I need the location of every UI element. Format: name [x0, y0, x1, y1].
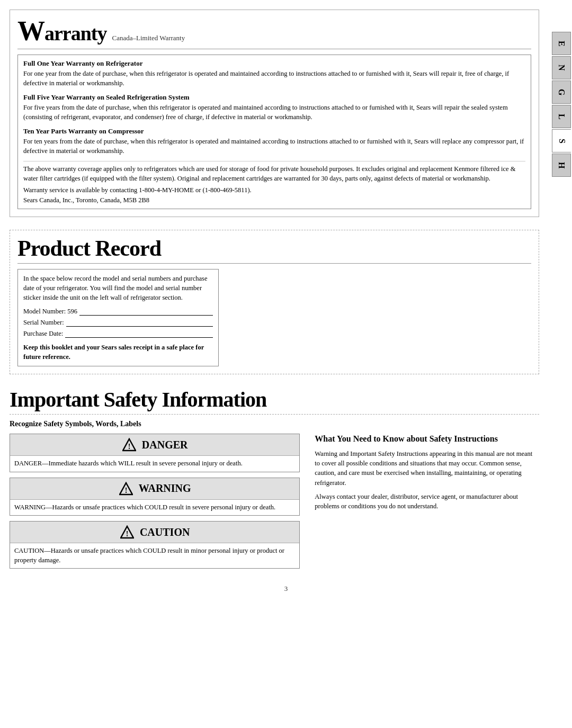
caution-body: CAUTION—Hazards or unsafe practices whic…	[10, 543, 299, 568]
warranty-ten-year-body: For ten years from the date of purchase,…	[23, 137, 525, 156]
warranty-one-year-body: For one year from the date of purchase, …	[23, 69, 525, 88]
product-record-title: Product Record	[17, 236, 531, 264]
model-number-label: Model Number: 596	[23, 308, 77, 316]
warranty-contact: Warranty service is available by contact…	[23, 186, 525, 194]
warranty-title-main: Warranty	[17, 15, 107, 47]
page-number: 3	[10, 585, 562, 593]
serial-number-field: Serial Number:	[23, 319, 213, 327]
warranty-section: Warranty Canada–Limited Warranty Full On…	[10, 10, 539, 217]
safety-right-para-2: Always contact your dealer, distributor,…	[315, 492, 539, 511]
product-record-note: Keep this booklet and your Sears sales r…	[23, 343, 213, 362]
warning-icon: !	[119, 481, 133, 496]
warranty-one-year-title: Full One Year Warranty on Refrigerator	[23, 59, 525, 68]
serial-number-label: Serial Number:	[23, 319, 64, 327]
side-tab-l[interactable]: L	[552, 105, 571, 128]
product-record-inner: In the space below record the model and …	[17, 269, 219, 366]
warranty-ten-year-title: Ten Year Parts Warranty on Compressor	[23, 127, 525, 136]
warranty-five-year-body: For five years from the date of purchase…	[23, 103, 525, 122]
product-record-desc: In the space below record the model and …	[23, 274, 213, 302]
svg-text:!: !	[124, 487, 127, 495]
danger-box: ! DANGER DANGER—Immediate hazards which …	[10, 434, 300, 472]
caution-label: CAUTION	[140, 526, 190, 538]
warning-label: WARNING	[139, 482, 191, 495]
warranty-inner: Full One Year Warranty on Refrigerator F…	[17, 55, 531, 209]
purchase-date-label: Purchase Date:	[23, 330, 63, 338]
safety-title: Important Safety Information	[10, 387, 539, 415]
danger-label: DANGER	[142, 439, 188, 451]
safety-right-para-1: Warning and Important Safety Instruction…	[315, 449, 539, 488]
warranty-address: Sears Canada, Inc., Toronto, Canada, M5B…	[23, 196, 525, 204]
safety-section: Important Safety Information Recognize S…	[10, 387, 539, 574]
danger-header: ! DANGER	[10, 434, 299, 456]
side-tab-g[interactable]: G	[552, 80, 571, 104]
model-number-line	[79, 308, 213, 316]
caution-box: ! CAUTION CAUTION—Hazards or unsafe prac…	[10, 521, 300, 569]
side-tab-bar: E N G L S H	[552, 32, 572, 178]
warranty-item-one-year: Full One Year Warranty on Refrigerator F…	[23, 59, 525, 88]
safety-right-title: What You Need to Know about Safety Instr…	[315, 434, 539, 445]
warranty-w-big: W	[17, 16, 44, 46]
caution-icon: !	[120, 525, 135, 540]
warranty-arranty: arranty	[44, 22, 107, 44]
side-tab-n[interactable]: N	[552, 56, 571, 79]
safety-right: What You Need to Know about Safety Instr…	[309, 434, 539, 574]
side-tab-s[interactable]: S	[552, 129, 571, 152]
safety-layout: ! DANGER DANGER—Immediate hazards which …	[10, 434, 539, 574]
warning-header: ! WARNING	[10, 478, 299, 500]
warranty-subtitle: Canada–Limited Warranty	[112, 34, 185, 42]
warranty-five-year-title: Full Five Year Warranty on Sealed Refrig…	[23, 93, 525, 102]
warranty-title: Warranty Canada–Limited Warranty	[17, 15, 531, 49]
caution-header: ! CAUTION	[10, 522, 299, 543]
side-tab-e[interactable]: E	[552, 32, 571, 55]
danger-body: DANGER—Immediate hazards which WILL resu…	[10, 456, 299, 472]
svg-text:!: !	[128, 443, 130, 451]
safety-subtitle: Recognize Safety Symbols, Words, Labels	[10, 420, 539, 428]
svg-text:!: !	[126, 530, 129, 538]
danger-icon: !	[122, 437, 137, 452]
product-record-section: Product Record In the space below record…	[10, 230, 539, 374]
safety-right-body: Warning and Important Safety Instruction…	[315, 449, 539, 511]
model-number-field: Model Number: 596	[23, 308, 213, 316]
warranty-item-ten-year: Ten Year Parts Warranty on Compressor Fo…	[23, 127, 525, 156]
warranty-item-five-year: Full Five Year Warranty on Sealed Refrig…	[23, 93, 525, 122]
warning-box: ! WARNING WARNING—Hazards or unsafe prac…	[10, 478, 300, 516]
safety-left: ! DANGER DANGER—Immediate hazards which …	[10, 434, 300, 574]
warning-body: WARNING—Hazards or unsafe practices whic…	[10, 500, 299, 516]
side-tab-h[interactable]: H	[552, 154, 571, 177]
serial-number-line	[66, 319, 213, 327]
purchase-date-line	[65, 330, 213, 338]
purchase-date-field: Purchase Date:	[23, 330, 213, 338]
warranty-note: The above warranty coverage applies only…	[23, 161, 525, 183]
